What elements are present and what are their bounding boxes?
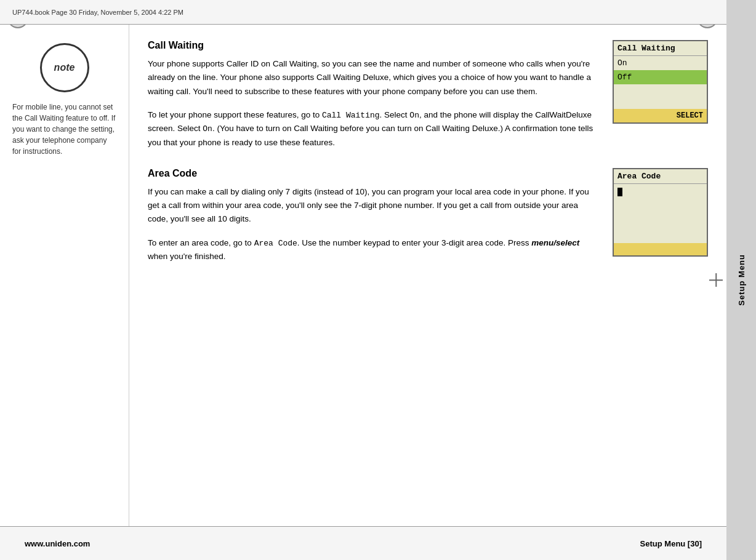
code-menu-select: menu/select bbox=[531, 238, 579, 247]
screen-item-off: Off bbox=[614, 70, 707, 84]
code-area-code: Area Code bbox=[254, 239, 297, 248]
area-code-cursor bbox=[617, 188, 622, 196]
call-waiting-screen: Call Waiting On Off SELECT bbox=[613, 40, 708, 124]
screen-title: Call Waiting bbox=[614, 41, 707, 56]
area-code-section: Area Code Area Code If you can make a ca… bbox=[148, 168, 708, 264]
screen-item-on: On bbox=[614, 56, 707, 70]
area-code-screen: Area Code bbox=[613, 168, 708, 257]
code-on2: On bbox=[203, 124, 212, 134]
note-circle-label: note bbox=[54, 62, 75, 73]
footer-right: Setup Menu [30] bbox=[640, 539, 702, 548]
page-header: UP744.book Page 30 Friday, November 5, 2… bbox=[0, 0, 726, 25]
left-sidebar: note For mobile line, you cannot set the… bbox=[0, 25, 129, 526]
content-area: Call Waiting On Off SELECT Call Waiting … bbox=[129, 25, 726, 526]
note-circle: note bbox=[40, 43, 89, 92]
page-footer: www.uniden.com Setup Menu [30] bbox=[0, 526, 726, 560]
footer-left: www.uniden.com bbox=[25, 539, 90, 548]
main-content: note For mobile line, you cannot set the… bbox=[0, 25, 726, 526]
side-tab: Setup Menu bbox=[726, 0, 756, 560]
code-call-waiting: Call Waiting bbox=[322, 111, 380, 120]
side-tab-label: Setup Menu bbox=[737, 254, 746, 306]
area-code-bottom-bar bbox=[614, 243, 707, 255]
code-on1: On bbox=[409, 111, 419, 120]
call-waiting-section: Call Waiting On Off SELECT Call Waiting … bbox=[148, 40, 708, 150]
note-body-text: For mobile line, you cannot set the Call… bbox=[12, 102, 116, 157]
area-code-body bbox=[614, 200, 707, 243]
screen-spacer bbox=[614, 84, 707, 109]
area-code-screen-title: Area Code bbox=[614, 169, 707, 184]
screen-select-button: SELECT bbox=[614, 109, 707, 122]
header-text: UP744.book Page 30 Friday, November 5, 2… bbox=[12, 9, 183, 16]
area-code-input-line bbox=[614, 184, 707, 200]
